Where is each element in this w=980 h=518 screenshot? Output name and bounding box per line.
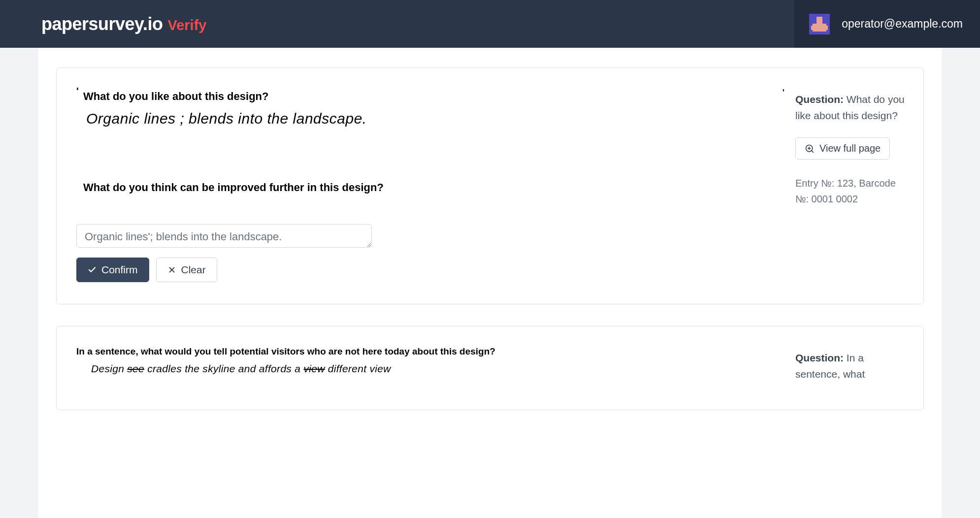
- scan-handwriting: Design see cradles the skyline and affor…: [76, 357, 776, 375]
- logo-secondary: Verify: [167, 17, 206, 33]
- card-sidebar: Question: In a sentence, what: [795, 326, 923, 410]
- card-main: What do you like about this design? Orga…: [57, 68, 795, 304]
- confirm-button[interactable]: Confirm: [76, 258, 149, 282]
- sidebar-question-label: Question:: [795, 352, 844, 363]
- scan-handwriting: Organic lines ; blends into the landscap…: [76, 103, 776, 127]
- clear-button-label: Clear: [181, 264, 206, 276]
- sidebar-question-label: Question:: [795, 94, 844, 105]
- verify-card: ' What do you like about this design? Or…: [56, 67, 924, 304]
- entry-meta: Entry №: 123, Barcode №: 0001 0002: [795, 175, 910, 207]
- scan-question-2: What do you think can be improved furthe…: [76, 181, 776, 194]
- check-icon: [88, 265, 97, 274]
- action-buttons: Confirm Clear: [76, 258, 776, 282]
- scan-question-1: In a sentence, what would you tell poten…: [76, 346, 776, 357]
- sidebar-question: Question: In a sentence, what: [795, 350, 910, 382]
- confirm-button-label: Confirm: [101, 264, 138, 276]
- scan-image-region: In a sentence, what would you tell poten…: [76, 346, 776, 377]
- close-icon: [167, 265, 176, 274]
- page-body: ' What do you like about this design? Or…: [38, 48, 942, 518]
- verify-card: In a sentence, what would you tell poten…: [56, 326, 924, 410]
- zoom-in-icon: [805, 144, 815, 154]
- logo-primary: papersurvey.io: [41, 14, 163, 34]
- logo: papersurvey.io Verify: [41, 14, 206, 34]
- scan-question-1: What do you like about this design?: [76, 88, 776, 103]
- view-full-page-button[interactable]: View full page: [795, 137, 890, 160]
- user-menu[interactable]: operator@example.com: [794, 0, 980, 48]
- scan-image-region: What do you like about this design? Orga…: [76, 88, 776, 194]
- user-email: operator@example.com: [842, 17, 963, 31]
- avatar: [809, 14, 830, 34]
- view-full-page-label: View full page: [819, 143, 881, 154]
- sidebar-question: Question: What do you like about this de…: [795, 92, 910, 124]
- card-sidebar: Question: What do you like about this de…: [795, 68, 923, 304]
- scan-crop-mark: ': [783, 88, 784, 98]
- card-main: In a sentence, what would you tell poten…: [57, 326, 795, 410]
- transcription-input[interactable]: [76, 224, 372, 248]
- app-header: papersurvey.io Verify operator@example.c…: [0, 0, 980, 48]
- svg-line-3: [812, 150, 814, 152]
- clear-button[interactable]: Clear: [156, 258, 217, 282]
